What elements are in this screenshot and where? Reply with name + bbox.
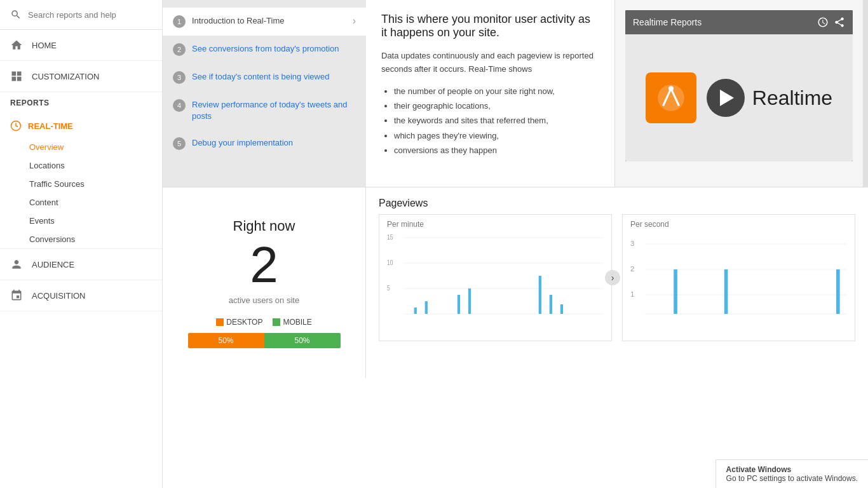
chart-per-minute: Per minute 15 10 5: [379, 214, 612, 341]
chevron-right-button[interactable]: ›: [605, 270, 620, 285]
svg-rect-24: [674, 269, 677, 314]
sidebar-item-traffic-sources[interactable]: Traffic Sources: [0, 175, 162, 193]
realtime-header[interactable]: REAL-TIME: [0, 114, 162, 138]
pageviews-title: Pageviews: [379, 198, 855, 209]
per-minute-chart-area: 15 10 5: [387, 231, 604, 327]
main-content: 1 Introduction to Real-Time › 2 See conv…: [163, 0, 868, 488]
device-legend: DESKTOP MOBILE: [175, 318, 353, 327]
right-now-panel: Right now 2 active users on site DESKTOP…: [163, 187, 366, 378]
realtime-video-text: Realtime: [752, 86, 832, 110]
svg-rect-13: [468, 288, 471, 314]
per-minute-label: Per minute: [387, 220, 604, 229]
right-now-section: Right now 2 active users on site DESKTOP…: [163, 187, 868, 378]
bar-mobile: 50%: [264, 333, 341, 348]
tutorial-step-2[interactable]: 2 See conversions from today's promotion: [163, 36, 366, 64]
activate-windows-line1: Activate Windows: [726, 465, 858, 474]
content-area: Right now 2 active users on site DESKTOP…: [163, 187, 868, 488]
per-second-label: Per second: [630, 220, 847, 229]
audience-icon: [10, 258, 23, 271]
customization-label: CUSTOMIZATION: [32, 72, 99, 81]
customization-icon: [10, 70, 23, 83]
sidebar-item-locations[interactable]: Locations: [0, 156, 162, 175]
svg-rect-11: [425, 301, 428, 314]
sidebar-item-events[interactable]: Events: [0, 212, 162, 230]
svg-text:10: 10: [387, 259, 393, 266]
svg-point-2: [668, 86, 674, 91]
pageviews-section: Pageviews Per minute: [366, 187, 868, 378]
legend-dot-desktop: [216, 318, 224, 326]
bullet-5: conversions as they happen: [394, 143, 599, 158]
realtime-label: REAL-TIME: [28, 121, 73, 131]
per-second-chart-area: 3 2 1: [630, 231, 847, 327]
svg-rect-15: [550, 295, 552, 314]
video-header: Realtime Reports: [625, 10, 853, 34]
per-second-svg: 3 2 1: [630, 231, 847, 327]
play-button[interactable]: [707, 79, 745, 117]
tutorial-step-5[interactable]: 5 Debug your implementation: [163, 130, 366, 158]
svg-text:3: 3: [630, 240, 634, 247]
chart-per-second: Per second 3 2 1: [622, 214, 855, 341]
step-num-4: 4: [173, 99, 186, 112]
search-icon: [10, 9, 22, 20]
legend-mobile-label: MOBILE: [283, 318, 311, 327]
svg-rect-16: [560, 304, 563, 314]
realtime-icon: [10, 120, 22, 132]
activate-windows-overlay: Activate Windows Go to PC settings to ac…: [715, 459, 868, 488]
video-clock-icon[interactable]: [817, 17, 829, 28]
per-minute-svg: 15 10 5: [387, 231, 604, 327]
video-thumbnail[interactable]: Realtime: [625, 34, 853, 161]
device-bar: 50% 50%: [188, 333, 341, 348]
sidebar-item-customization[interactable]: CUSTOMIZATION: [0, 61, 162, 92]
video-title: Realtime Reports: [633, 17, 812, 27]
svg-text:5: 5: [387, 285, 390, 292]
tutorial-overlay: 1 Introduction to Real-Time › 2 See conv…: [163, 0, 868, 187]
sidebar-item-conversions[interactable]: Conversions: [0, 230, 162, 248]
tutorial-scrollbar[interactable]: [863, 0, 868, 187]
legend-desktop-label: DESKTOP: [226, 318, 262, 327]
video-controls: [817, 17, 845, 28]
tutorial-content-panel: This is where you monitor user activity …: [366, 0, 615, 187]
audience-label: AUDIENCE: [32, 260, 74, 269]
tutorial-step-1[interactable]: 1 Introduction to Real-Time ›: [163, 8, 366, 36]
tutorial-heading: This is where you monitor user activity …: [381, 13, 599, 39]
sidebar: Search reports and help HOME CUSTOMIZATI…: [0, 0, 163, 488]
tutorial-step-3[interactable]: 3 See if today's content is being viewed: [163, 64, 366, 92]
tutorial-step-4[interactable]: 4 Review performance of today's tweets a…: [163, 92, 366, 130]
video-container: Realtime Reports: [625, 10, 853, 161]
sidebar-item-overview[interactable]: Overview: [0, 138, 162, 156]
video-share-icon[interactable]: [834, 17, 845, 28]
tutorial-intro: Data updates continuously and each pagev…: [381, 50, 599, 76]
tutorial-steps-panel: 1 Introduction to Real-Time › 2 See conv…: [163, 0, 366, 187]
realtime-sub-menu: Overview Locations Traffic Sources Conte…: [0, 138, 162, 248]
legend-dot-mobile: [273, 318, 280, 326]
step-num-2: 2: [173, 43, 186, 56]
step-label-2: See conversions from today's promotion: [192, 43, 339, 55]
step-label-1: Introduction to Real-Time: [192, 15, 284, 27]
activate-windows-line2: Go to PC settings to activate Windows.: [726, 474, 858, 483]
svg-text:15: 15: [387, 234, 393, 241]
sidebar-item-audience[interactable]: AUDIENCE: [0, 249, 162, 280]
bullet-4: which pages they're viewing,: [394, 128, 599, 143]
sidebar-item-home[interactable]: HOME: [0, 30, 162, 61]
bullet-3: the keywords and sites that referred the…: [394, 113, 599, 128]
device-bar-container: 50% 50%: [188, 333, 341, 348]
bullet-2: their geographic locations,: [394, 98, 599, 113]
search-bar[interactable]: Search reports and help: [0, 0, 162, 30]
step-num-1: 1: [173, 15, 186, 28]
sidebar-item-content[interactable]: Content: [0, 193, 162, 212]
step-label-4: Review performance of today's tweets and…: [192, 99, 356, 122]
right-now-count: 2: [250, 240, 278, 290]
ga-logo: [646, 72, 696, 123]
right-now-title: Right now: [233, 218, 295, 234]
legend-mobile: MOBILE: [273, 318, 311, 327]
svg-rect-10: [414, 308, 417, 314]
sidebar-item-acquisition[interactable]: ACQUISITION: [0, 280, 162, 311]
right-now-label: active users on site: [229, 295, 299, 305]
acquisition-label: ACQUISITION: [32, 291, 86, 301]
bullet-1: the number of people on your site right …: [394, 84, 599, 98]
reports-section-header: Reports: [0, 92, 162, 114]
home-icon: [10, 39, 23, 51]
svg-rect-26: [836, 269, 840, 314]
bar-desktop: 50%: [188, 333, 264, 348]
search-label: Search reports and help: [28, 10, 116, 20]
